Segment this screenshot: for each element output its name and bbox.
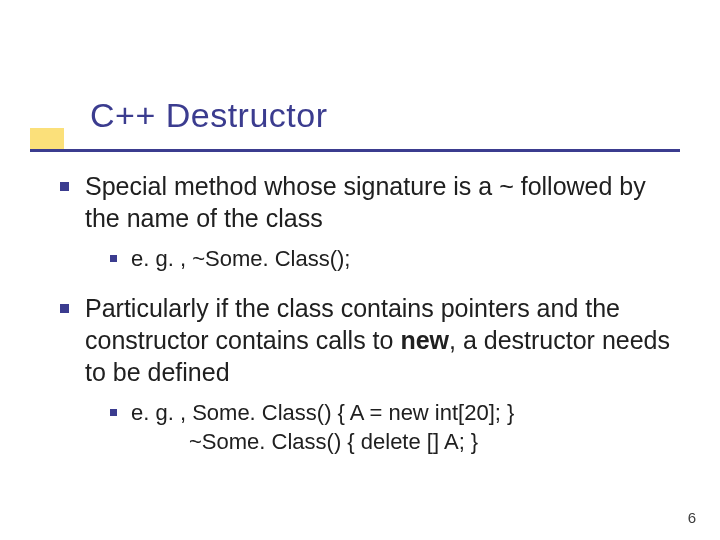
- bullet-1-text: Special method whose signature is a ~ fo…: [85, 170, 680, 234]
- page-number: 6: [688, 509, 696, 526]
- slide: C++ Destructor Special method whose sign…: [0, 0, 720, 540]
- bullet-2-sub: e. g. , Some. Class() { A = new int[20];…: [110, 398, 680, 457]
- bullet-1: Special method whose signature is a ~ fo…: [60, 170, 680, 234]
- square-bullet-icon: [60, 182, 69, 191]
- square-bullet-icon: [60, 304, 69, 313]
- bullet-1-sub-text: e. g. , ~Some. Class();: [131, 244, 680, 274]
- bullet-2: Particularly if the class contains point…: [60, 292, 680, 388]
- slide-body: Special method whose signature is a ~ fo…: [60, 170, 680, 475]
- title-accent-box: [30, 128, 64, 150]
- title-underline: [30, 149, 680, 152]
- bullet-2-sub-text: e. g. , Some. Class() { A = new int[20];…: [131, 398, 680, 457]
- bullet-2-sub-line2: ~Some. Class() { delete [] A; }: [131, 427, 680, 457]
- bullet-1-tilde: ~: [499, 172, 514, 200]
- square-bullet-icon: [110, 409, 117, 416]
- bullet-1-sub: e. g. , ~Some. Class();: [110, 244, 680, 274]
- bullet-2-sub-line1: e. g. , Some. Class() { A = new int[20];…: [131, 398, 680, 428]
- bullet-1-text-a: Special method whose signature is a: [85, 172, 499, 200]
- slide-title: C++ Destructor: [90, 96, 328, 135]
- bullet-2-bold: new: [400, 326, 449, 354]
- square-bullet-icon: [110, 255, 117, 262]
- bullet-2-text: Particularly if the class contains point…: [85, 292, 680, 388]
